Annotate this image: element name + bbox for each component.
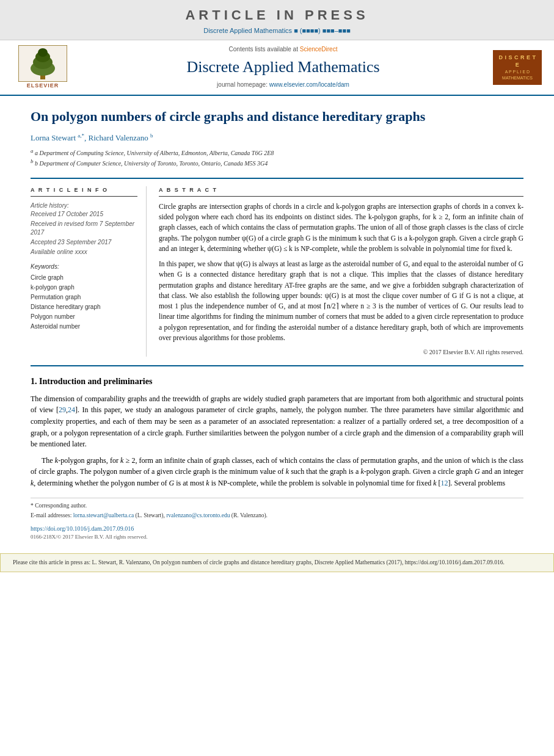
contents-label: Contents lists available at ScienceDirec… (79, 45, 487, 54)
copyright-line: © 2017 Elsevier B.V. All rights reserved… (159, 348, 523, 357)
article-title: On polygon numbers of circle graphs and … (31, 108, 523, 126)
bottom-citation-bar: Please cite this article in press as: L.… (0, 553, 554, 572)
corresponding-author-note: * Corresponding author. (31, 502, 523, 510)
article-history: Article history: Received 17 October 201… (31, 202, 137, 256)
keyword-6: Asteroidal number (31, 322, 137, 331)
affiliations: a a Department of Computing Science, Uni… (31, 147, 523, 169)
authors-line: Lorna Stewart a,*, Richard Valenzano b (31, 131, 523, 144)
journal-homepage: journal homepage: www.elsevier.com/locat… (79, 81, 487, 89)
journal-center: Contents lists available at ScienceDirec… (79, 45, 487, 89)
article-info-header: A R T I C L E I N F O (31, 186, 137, 197)
author-names: Lorna Stewart a,*, Richard Valenzano b (31, 133, 153, 142)
two-column-section: A R T I C L E I N F O Article history: R… (31, 178, 523, 357)
keyword-1: Circle graph (31, 274, 137, 282)
ref-12[interactable]: 12 (441, 479, 448, 487)
elsevier-tree-icon (18, 45, 67, 82)
section-divider (31, 365, 523, 366)
aip-title: ARTICLE IN PRESS (0, 6, 554, 25)
affiliation-b: b b Department of Computer Science, Univ… (31, 158, 523, 168)
aip-journal-link[interactable]: Discrete Applied Mathematics ■ (■■■■) ■■… (203, 27, 351, 34)
received-date: Received 17 October 2015 (31, 210, 137, 219)
dam-logo-box: D I S C R E T E A P P L I E D MATHEMATIC… (493, 50, 542, 85)
article-content: On polygon numbers of circle graphs and … (0, 96, 554, 547)
accepted-date: Accepted 23 September 2017 (31, 238, 137, 247)
ref-29[interactable]: 29 (59, 405, 66, 414)
article-in-press-banner: ARTICLE IN PRESS Discrete Applied Mathem… (0, 0, 554, 40)
abstract-paragraph-1: Circle graphs are intersection graphs of… (159, 202, 523, 254)
keyword-3: Permutation graph (31, 293, 137, 302)
intro-paragraph-2: The k-polygon graphs, for k ≥ 2, form an… (31, 455, 523, 489)
keyword-4: Distance hereditary graph (31, 303, 137, 311)
elsevier-logo: ELSEVIER (12, 45, 73, 90)
doi-area: https://doi.org/10.1016/j.dam.2017.09.01… (31, 525, 523, 541)
journal-header: ELSEVIER Contents lists available at Sci… (0, 40, 554, 96)
page: ARTICLE IN PRESS Discrete Applied Mathem… (0, 0, 554, 756)
journal-title: Discrete Applied Mathematics (79, 56, 487, 78)
intro-section-name: Introduction and preliminaries (39, 377, 152, 386)
doi-link: https://doi.org/10.1016/j.dam.2017.09.01… (31, 525, 523, 533)
email-label: E-mail addresses: (31, 512, 73, 518)
intro-paragraph-1: The dimension of comparability graphs an… (31, 393, 523, 450)
doi-rights: 0166-218X/© 2017 Elsevier B.V. All right… (31, 533, 523, 541)
sciencedirect-link[interactable]: ScienceDirect (300, 46, 338, 53)
ref-24[interactable]: 24 (68, 405, 75, 414)
dam-title-line1: D I S C R E T E (498, 54, 537, 69)
dam-title-line2: A P P L I E D (498, 69, 537, 75)
affiliation-a: a a Department of Computing Science, Uni… (31, 147, 523, 158)
abstract-text: Circle graphs are intersection graphs of… (159, 202, 523, 343)
abstract-paragraph-2: In this paper, we show that ψ(G) is alwa… (159, 259, 523, 343)
history-label: Article history: (31, 202, 137, 210)
article-info-column: A R T I C L E I N F O Article history: R… (31, 186, 147, 357)
citation-text: Please cite this article in press as: L.… (13, 559, 505, 565)
introduction-section: 1. Introduction and preliminaries The di… (31, 375, 523, 489)
elsevier-text-label: ELSEVIER (27, 82, 59, 90)
abstract-column: A B S T R A C T Circle graphs are inters… (159, 186, 523, 357)
email-footnote: E-mail addresses: lorna.stewart@ualberta… (31, 512, 523, 520)
email-stewart[interactable]: lorna.stewart@ualberta.ca (73, 512, 134, 518)
email-valenzano[interactable]: rvalenzano@cs.toronto.edu (166, 512, 230, 518)
intro-section-title: 1. Introduction and preliminaries (31, 375, 523, 388)
keywords-label: Keywords: (31, 263, 137, 271)
available-online: Available online xxxx (31, 248, 137, 256)
keywords-section: Keywords: Circle graph k-polygon graph P… (31, 263, 137, 331)
revised-date: Received in revised form 7 September 201… (31, 220, 137, 237)
homepage-link[interactable]: www.elsevier.com/locate/dam (269, 81, 349, 88)
keyword-2: k-polygon graph (31, 283, 137, 292)
abstract-header: A B S T R A C T (159, 186, 523, 197)
footnote-area: * Corresponding author. E-mail addresses… (31, 498, 523, 520)
keyword-5: Polygon number (31, 313, 137, 321)
dam-title-line3: MATHEMATICS (498, 75, 537, 81)
svg-point-5 (38, 48, 48, 57)
doi-anchor[interactable]: https://doi.org/10.1016/j.dam.2017.09.01… (31, 525, 134, 532)
